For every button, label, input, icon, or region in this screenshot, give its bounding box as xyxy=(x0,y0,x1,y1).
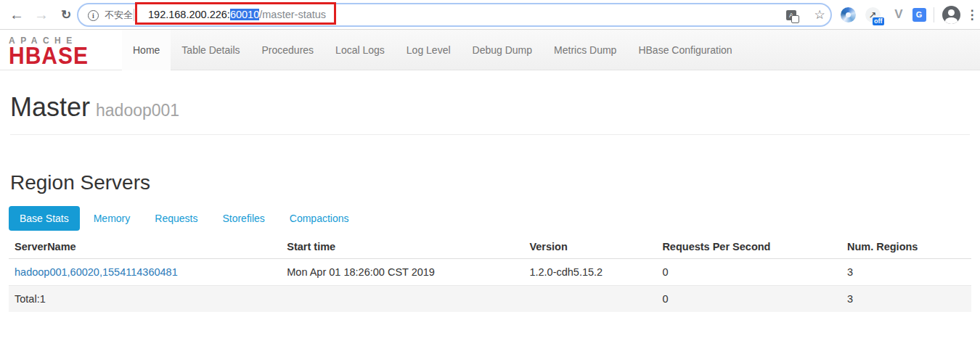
cell-total-regions: 3 xyxy=(841,286,971,313)
browser-toolbar: ← → ↻ i 不安全 192.168.200.226:60010/master… xyxy=(0,0,980,30)
hbase-navbar: APACHE HBASE Home Table Details Procedur… xyxy=(0,30,980,70)
extension-v-icon[interactable]: V xyxy=(890,6,907,23)
region-servers-heading: Region Servers xyxy=(10,171,970,194)
regionserver-link[interactable]: hadoop001,60020,1554114360481 xyxy=(15,266,178,278)
cell-num-regions: 3 xyxy=(841,259,971,286)
nav-item-local-logs[interactable]: Local Logs xyxy=(324,30,396,70)
master-hostname: hadoop001 xyxy=(96,101,179,120)
url-text[interactable]: 192.168.200.226:60010/master-status xyxy=(148,4,326,25)
page-header: Masterhadoop001 xyxy=(10,92,970,135)
chip-divider xyxy=(134,9,134,21)
cell-total-start-time xyxy=(281,286,523,313)
extension-proxy-icon[interactable]: ↗off xyxy=(864,6,881,23)
nav-item-hbase-configuration[interactable]: HBase Configuration xyxy=(627,30,743,70)
tab-memory[interactable]: Memory xyxy=(83,206,142,231)
tab-compactions[interactable]: Compactions xyxy=(279,206,360,231)
back-icon[interactable]: ← xyxy=(6,0,28,30)
nav-item-procedures[interactable]: Procedures xyxy=(251,30,325,70)
tab-base-stats[interactable]: Base Stats xyxy=(9,206,80,231)
tab-storefiles[interactable]: Storefiles xyxy=(211,206,275,231)
address-bar[interactable]: i 不安全 192.168.200.226:60010/master-statu… xyxy=(77,3,832,27)
col-requests-per-second: Requests Per Second xyxy=(656,235,841,259)
hbase-logo[interactable]: APACHE HBASE xyxy=(0,30,122,70)
url-path[interactable]: /master-status xyxy=(259,9,326,20)
nav-item-home[interactable]: Home xyxy=(122,30,171,70)
page-title: Masterhadoop001 xyxy=(10,92,970,123)
tab-requests[interactable]: Requests xyxy=(144,206,208,231)
nav-item-metrics-dump[interactable]: Metrics Dump xyxy=(543,30,627,70)
extension-off-badge: off xyxy=(873,17,884,25)
bookmark-star-icon[interactable]: ☆ xyxy=(812,4,828,25)
extension-swirl-icon[interactable] xyxy=(839,6,857,23)
reload-icon[interactable]: ↻ xyxy=(55,0,77,30)
security-label[interactable]: 不安全 xyxy=(105,4,133,25)
browser-menu-icon[interactable]: ⋮ xyxy=(965,0,979,30)
cell-version: 1.2.0-cdh5.15.2 xyxy=(523,259,656,286)
col-version: Version xyxy=(523,235,656,259)
logo-hbase-text: HBASE xyxy=(9,46,122,66)
cell-start-time: Mon Apr 01 18:26:00 CST 2019 xyxy=(281,259,523,286)
nav-item-debug-dump[interactable]: Debug Dump xyxy=(462,30,544,70)
col-num-regions: Num. Regions xyxy=(841,235,971,259)
translate-page-icon[interactable]: A xyxy=(784,4,799,25)
table-row: hadoop001,60020,1554114360481 Mon Apr 01… xyxy=(9,259,971,286)
region-server-tabs: Base Stats Memory Requests Storefiles Co… xyxy=(9,206,971,231)
nav-item-table-details[interactable]: Table Details xyxy=(171,30,250,70)
extension-translate-icon[interactable]: G xyxy=(910,6,928,23)
url-port-selected[interactable]: 60010 xyxy=(230,9,259,20)
cell-total: Total:1 xyxy=(9,286,281,313)
cell-total-requests: 0 xyxy=(656,286,841,313)
nav-item-log-level[interactable]: Log Level xyxy=(396,30,462,70)
toolbar-divider xyxy=(934,7,934,22)
profile-avatar[interactable] xyxy=(942,6,960,24)
url-host[interactable]: 192.168.200.226: xyxy=(148,9,230,20)
forward-icon: → xyxy=(30,0,52,30)
table-header-row: ServerName Start time Version Requests P… xyxy=(9,235,971,259)
main-nav: Home Table Details Procedures Local Logs… xyxy=(122,30,743,70)
region-servers-table: ServerName Start time Version Requests P… xyxy=(9,235,971,312)
table-total-row: Total:1 0 3 xyxy=(9,286,971,313)
cell-total-version xyxy=(523,286,656,313)
col-servername: ServerName xyxy=(9,235,281,259)
col-start-time: Start time xyxy=(281,235,523,259)
info-icon[interactable]: i xyxy=(88,10,99,21)
master-title: Master xyxy=(10,92,90,122)
cell-requests-per-second: 0 xyxy=(656,259,841,286)
